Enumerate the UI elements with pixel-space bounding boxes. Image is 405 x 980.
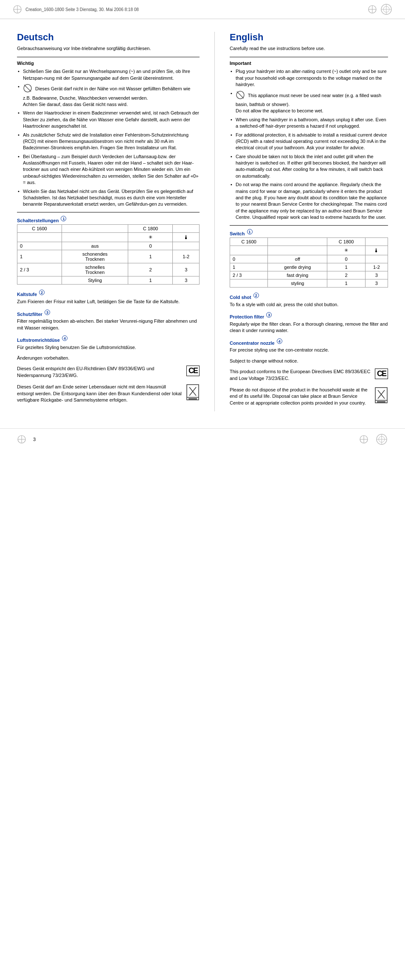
- list-item: Wenn der Haartrockner in einem Badezimme…: [17, 110, 200, 129]
- switch-num: 1: [247, 229, 253, 235]
- table-row: 1 gentle drying 1 1-2: [230, 263, 388, 271]
- dispose-text: Please do not dispose of the product in …: [230, 387, 372, 406]
- table-cell: [62, 233, 128, 242]
- table-cell: [230, 246, 268, 255]
- table-cell: 3: [173, 276, 200, 285]
- table-cell: 1: [128, 250, 173, 263]
- table-cell: 2: [327, 271, 365, 279]
- table-cell: [17, 276, 62, 285]
- dieses-geraet-2: Dieses Gerät darf am Ende seiner Lebensd…: [17, 384, 183, 403]
- list-item: Dieses Gerät darf nicht in der Nähe von …: [17, 84, 200, 108]
- divider-en-2: [230, 225, 388, 226]
- protection-filter-num: 3: [266, 312, 272, 318]
- deutsch-intro: Gebrauchsanweisung vor Inbe-triebnahme s…: [17, 45, 200, 52]
- disposal-icon-de: [186, 384, 200, 402]
- kaltstufe-title: Kaltstufe 2: [17, 290, 200, 297]
- switch-table-en: C 1600 C 1800 ✳ 🌡 0 off: [230, 237, 388, 288]
- page-number: 3: [33, 437, 36, 442]
- no-water-icon-en: [236, 90, 245, 101]
- table-cell: [268, 246, 327, 255]
- concentrator-body: For precise styling use the con-centrato…: [230, 347, 388, 353]
- table-cell: ✳: [327, 246, 365, 255]
- crosshair-bottom-left-icon: [17, 435, 26, 444]
- crosshair-top-right-icon: [368, 5, 377, 14]
- bottom-right: [359, 433, 388, 446]
- table-header-cell: [365, 238, 388, 246]
- wichtig-list: Schließen Sie das Gerät nur an Wechselsp…: [17, 68, 200, 207]
- svg-line-18: [237, 92, 244, 98]
- cold-shot-num: 2: [253, 293, 259, 298]
- kaltstufe-num: 2: [39, 290, 45, 295]
- schalterstellungen-num: 1: [61, 216, 66, 221]
- important-title: Important: [230, 61, 388, 66]
- concentrator-num: 4: [277, 338, 282, 344]
- table-header-cell: C 1800: [327, 238, 365, 246]
- table-cell: 0: [230, 255, 268, 263]
- table-header-cell: [268, 238, 327, 246]
- decorative-icons-top: [380, 3, 392, 15]
- list-item-text: Dieses Gerät darf nicht in der Nähe von …: [23, 86, 190, 107]
- switch-title: Switch 1: [230, 229, 388, 236]
- top-bar-text: Creation_1600-1800 Seite 3 Dienstag, 30.…: [25, 7, 139, 12]
- english-title: English: [230, 32, 388, 43]
- table-header-cell: C 1800: [128, 225, 173, 233]
- schutzfilter-title: Schutzfilter 3: [17, 310, 200, 317]
- list-item: Bei Überlastung – zum Beispiel durch Ver…: [17, 154, 200, 186]
- table-header-cell: [173, 225, 200, 233]
- table-cell: 3: [173, 263, 200, 276]
- cold-shot-body: To fix a style with cold air, press the …: [230, 302, 388, 308]
- list-item: Plug your hairdryer into an alter-nating…: [230, 68, 388, 88]
- schalterstellungen-title: Schalterstellungen 1: [17, 216, 200, 223]
- table-row: ✳ 🌡: [230, 246, 388, 255]
- list-item: Als zusätzlicher Schutz wird die Install…: [17, 132, 200, 151]
- protection-filter-title: Protection filter 3: [230, 312, 388, 319]
- list-item: Care should be taken not to block the in…: [230, 154, 388, 180]
- table-cell: 1-2: [365, 263, 388, 271]
- table-cell: 0: [128, 242, 173, 250]
- list-item: For additional protection, it is advisab…: [230, 132, 388, 151]
- table-cell: 1: [327, 263, 365, 271]
- table-header-row: C 1600 C 1800: [17, 225, 200, 233]
- schalterstellungen-table: C 1600 C 1800 ✳ 🌡 0 aus: [17, 224, 200, 285]
- luftstrom-title: Luftstromrichtdüse 4: [17, 335, 200, 343]
- table-cell: gentle drying: [268, 263, 327, 271]
- table-cell: off: [268, 255, 327, 263]
- crosshair-bottom-right-icon: [359, 435, 368, 444]
- table-cell: fast drying: [268, 271, 327, 279]
- dieses-geraet-1: Dieses Gerät entspricht den EU-Richtlini…: [17, 366, 184, 379]
- svg-rect-14: [188, 398, 197, 399]
- table-header-cell: [62, 225, 128, 233]
- table-cell: [230, 279, 268, 288]
- english-intro: Carefully read the use instructions befo…: [230, 45, 388, 52]
- decorative-circle-icon: [380, 3, 392, 15]
- list-item: Schließen Sie das Gerät nur an Wechselsp…: [17, 68, 200, 81]
- table-row: 0 aus 0: [17, 242, 200, 250]
- table-cell: [17, 233, 62, 242]
- ce-block-en: This product conforms to the European Di…: [230, 369, 388, 382]
- table-row: 2 / 3 fast drying 2 3: [230, 271, 388, 279]
- disposal-block-en: Please do not dispose of the product in …: [230, 387, 388, 406]
- table-row: 0 off 0: [230, 255, 388, 263]
- table-header-row: C 1600 C 1800: [230, 238, 388, 246]
- table-row: styling 1 3: [230, 279, 388, 288]
- table-cell: 0: [327, 255, 365, 263]
- english-column: English Carefully read the use instructi…: [230, 32, 388, 411]
- list-item: This appliance must never be used near w…: [230, 90, 388, 114]
- table-cell: 2 / 3: [17, 263, 62, 276]
- svg-rect-21: [377, 401, 385, 402]
- list-item: When using the hairdryer in a bathroom, …: [230, 117, 388, 130]
- table-cell: [365, 255, 388, 263]
- table-row: 1 schonendesTrocknen 1 1-2: [17, 250, 200, 263]
- divider-en-1: [230, 57, 388, 57]
- table-cell: Styling: [62, 276, 128, 285]
- cold-shot-title: Cold shot 2: [230, 293, 388, 300]
- divider-1: [17, 57, 200, 57]
- table-cell: 1: [128, 276, 173, 285]
- table-header-cell: C 1600: [17, 225, 62, 233]
- ce-block-1: Dieses Gerät entspricht den EU-Richtlini…: [17, 366, 200, 379]
- ce-mark-de: CE: [186, 366, 200, 376]
- table-header-cell: C 1600: [230, 238, 268, 246]
- main-content: Deutsch Gebrauchsanweisung vor Inbe-trie…: [0, 19, 405, 428]
- wichtig-title: Wichtig: [17, 61, 200, 66]
- schutzfilter-num: 3: [45, 310, 50, 315]
